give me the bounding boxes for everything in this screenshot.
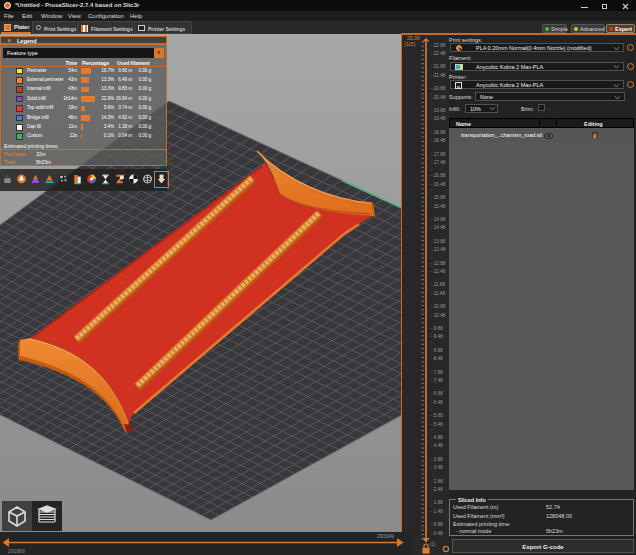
svg-text:- 19.48: - 19.48 — [431, 116, 446, 121]
svg-text:- 15.88: - 15.88 — [431, 195, 446, 200]
svg-text:- 9.48: - 9.48 — [431, 334, 443, 339]
svg-text:- 1.48: - 1.48 — [431, 509, 443, 514]
svg-text:- 10.48: - 10.48 — [431, 313, 446, 318]
svg-text:- 3.88: - 3.88 — [431, 457, 443, 462]
svg-text:- 11.88: - 11.88 — [431, 282, 445, 287]
svg-text:- 2.88: - 2.88 — [431, 479, 443, 484]
svg-text:(115): (115) — [404, 41, 416, 47]
svg-text:- 4.88: - 4.88 — [431, 435, 443, 440]
svg-text:- 1.88: - 1.88 — [431, 500, 443, 505]
svg-text:- 16.88: - 16.88 — [431, 173, 446, 178]
svg-text:- 22.88: - 22.88 — [431, 43, 446, 48]
svg-text:- 18.48: - 18.48 — [431, 138, 446, 143]
svg-text:- 9.88: - 9.88 — [431, 326, 443, 331]
svg-text:- 8.88: - 8.88 — [431, 348, 443, 353]
svg-text:- 13.88: - 13.88 — [431, 239, 446, 244]
svg-text:- 2.48: - 2.48 — [431, 487, 443, 492]
svg-text:- 20.88: - 20.88 — [431, 86, 446, 91]
svg-text:- 6.88: - 6.88 — [431, 391, 443, 396]
svg-text:291989: 291989 — [8, 548, 25, 554]
svg-text:- 16.48: - 16.48 — [431, 182, 446, 187]
svg-text:293349: 293349 — [377, 533, 394, 539]
svg-text:- 22.48: - 22.48 — [431, 51, 446, 56]
svg-text:- 15.48: - 15.48 — [431, 204, 446, 209]
svg-text:- 21.48: - 21.48 — [431, 73, 446, 78]
svg-text:- 17.88: - 17.88 — [431, 152, 446, 157]
svg-text:- 5.48: - 5.48 — [431, 422, 443, 427]
svg-text:- 12.88: - 12.88 — [431, 261, 446, 266]
svg-text:- 13.48: - 13.48 — [431, 247, 446, 252]
svg-text:- 21.88: - 21.88 — [431, 64, 446, 69]
svg-text:- 10.88: - 10.88 — [431, 304, 446, 309]
svg-text:- 7.48: - 7.48 — [431, 378, 443, 383]
svg-text:- 6.48: - 6.48 — [431, 400, 443, 405]
svg-text:- 14.48: - 14.48 — [431, 225, 446, 230]
svg-text:- 8.48: - 8.48 — [431, 356, 443, 361]
svg-text:- 20.48: - 20.48 — [431, 95, 446, 100]
svg-text:- 4.48: - 4.48 — [431, 443, 443, 448]
svg-text:(1): (1) — [430, 542, 436, 547]
svg-text:- 7.88: - 7.88 — [431, 370, 443, 375]
svg-text:- 14.88: - 14.88 — [431, 217, 446, 222]
svg-text:- 12.48: - 12.48 — [431, 269, 446, 274]
svg-text:- 0.88: - 0.88 — [431, 522, 443, 527]
svg-text:- 17.48: - 17.48 — [431, 160, 446, 165]
svg-text:- 11.48: - 11.48 — [431, 291, 445, 296]
svg-text:- 18.88: - 18.88 — [431, 130, 446, 135]
svg-text:- 0.48: - 0.48 — [431, 531, 443, 536]
svg-text:- 3.48: - 3.48 — [431, 465, 443, 470]
svg-text:- 5.88: - 5.88 — [431, 413, 443, 418]
svg-text:- 19.88: - 19.88 — [431, 108, 446, 113]
